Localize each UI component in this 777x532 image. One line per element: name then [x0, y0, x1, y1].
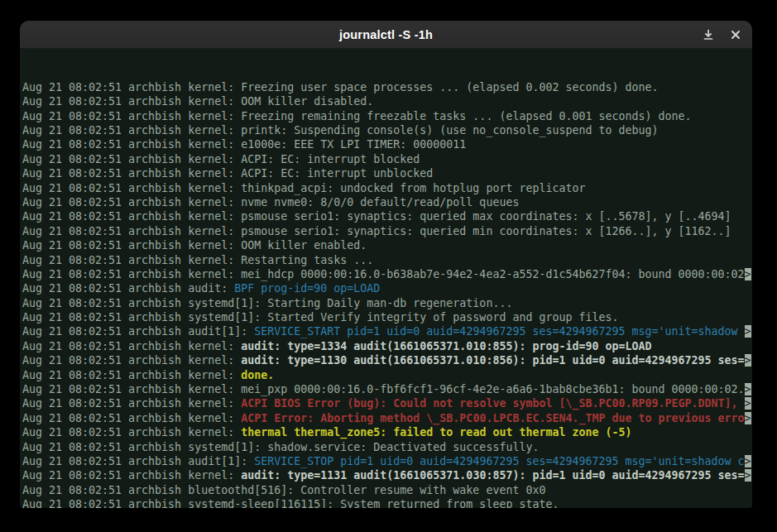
close-button[interactable] [725, 24, 746, 46]
log-line: Aug 21 08:02:51 archbish kernel: e1000e:… [22, 137, 752, 151]
truncation-marker: > [745, 268, 751, 280]
window-title: journalctl -S -1h [20, 28, 752, 41]
truncation-marker: > [745, 412, 751, 424]
log-line: Aug 21 08:02:51 archbish kernel: mei_hdc… [22, 267, 752, 281]
log-line: Aug 21 08:02:51 archbish systemd[1]: Sta… [22, 310, 752, 324]
truncation-marker: > [745, 383, 751, 395]
log-line: Aug 21 08:02:51 archbish audit[1]: SERVI… [22, 324, 752, 338]
download-icon [703, 29, 714, 41]
terminal-output[interactable]: Aug 21 08:02:51 archbish kernel: Freezin… [20, 49, 752, 508]
log-line: Aug 21 08:02:51 archbish kernel: printk:… [22, 123, 752, 137]
log-line: Aug 21 08:02:51 archbish bluetoothd[516]… [22, 483, 752, 497]
log-line: Aug 21 08:02:51 archbish systemd[1]: sha… [22, 440, 752, 454]
truncation-marker: > [745, 354, 751, 367]
log-line: Aug 21 08:02:51 archbish kernel: done. [22, 368, 752, 382]
log-line: Aug 21 08:02:51 archbish audit: BPF prog… [22, 281, 752, 295]
download-button[interactable] [698, 24, 719, 46]
log-line: Aug 21 08:02:51 archbish kernel: ACPI Er… [22, 411, 752, 425]
log-line: Aug 21 08:02:51 archbish kernel: audit: … [22, 353, 752, 367]
log-line: Aug 21 08:02:51 archbish kernel: ACPI BI… [22, 396, 752, 410]
terminal-window: journalctl -S -1h Aug 21 08:02:51 archbi… [20, 21, 752, 508]
log-line: Aug 21 08:02:51 archbish kernel: nvme nv… [22, 195, 752, 209]
log-line: Aug 21 08:02:51 archbish kernel: Freezin… [22, 109, 752, 123]
truncation-marker: > [745, 397, 751, 410]
log-line: Aug 21 08:02:51 archbish kernel: thinkpa… [22, 181, 752, 195]
titlebar[interactable]: journalctl -S -1h [20, 21, 752, 49]
log-line: Aug 21 08:02:51 archbish systemd-sleep[1… [22, 497, 752, 508]
truncation-marker: > [745, 469, 751, 482]
log-line: Aug 21 08:02:51 archbish kernel: OOM kil… [22, 94, 752, 108]
log-line: Aug 21 08:02:51 archbish kernel: psmouse… [22, 224, 752, 238]
log-line: Aug 21 08:02:51 archbish kernel: ACPI: E… [22, 166, 752, 180]
log-line: Aug 21 08:02:51 archbish kernel: psmouse… [22, 209, 752, 223]
log-line: Aug 21 08:02:51 archbish kernel: audit: … [22, 339, 752, 353]
terminal-lines: Aug 21 08:02:51 archbish kernel: Freezin… [22, 80, 752, 508]
log-line: Aug 21 08:02:51 archbish kernel: Restart… [22, 253, 752, 267]
log-line: Aug 21 08:02:51 archbish kernel: ACPI: E… [22, 152, 752, 166]
close-icon [731, 30, 741, 40]
truncation-marker: > [745, 455, 751, 467]
log-line: Aug 21 08:02:51 archbish audit[1]: SERVI… [22, 454, 752, 468]
log-line: Aug 21 08:02:51 archbish kernel: Freezin… [22, 80, 752, 94]
log-line: Aug 21 08:02:51 archbish kernel: audit: … [22, 468, 752, 482]
log-line: Aug 21 08:02:51 archbish kernel: mei_pxp… [22, 382, 752, 396]
log-line: Aug 21 08:02:51 archbish kernel: OOM kil… [22, 238, 752, 252]
truncation-marker: > [745, 325, 751, 338]
log-line: Aug 21 08:02:51 archbish kernel: thermal… [22, 425, 752, 439]
log-line: Aug 21 08:02:51 archbish systemd[1]: Sta… [22, 296, 752, 310]
